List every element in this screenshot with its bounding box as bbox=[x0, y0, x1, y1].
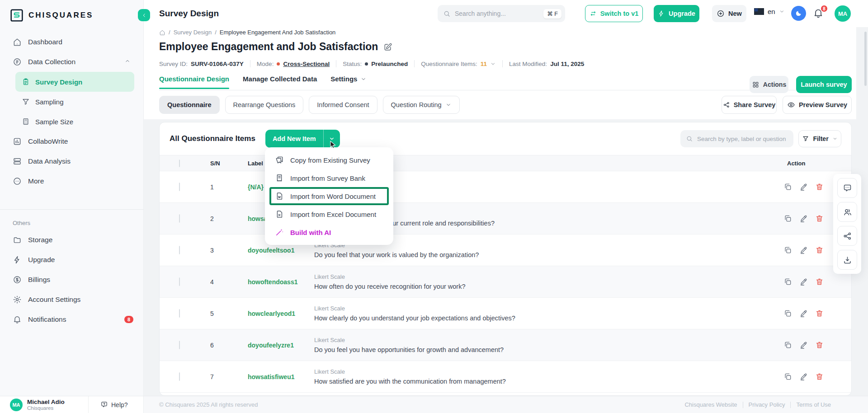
scrollbar-thumb[interactable] bbox=[864, 32, 867, 86]
switch-to-v1-button[interactable]: Switch to v1 bbox=[585, 5, 643, 22]
sidebar-item-sampling[interactable]: Sampling bbox=[15, 92, 134, 112]
sidebar-item-data-collection[interactable]: Data Collection bbox=[0, 52, 139, 72]
add-new-item-caret[interactable] bbox=[323, 130, 340, 148]
add-new-item-button[interactable]: Add New Item bbox=[265, 130, 340, 148]
menu-item-copy-from-existing-survey[interactable]: Copy from Existing Survey bbox=[265, 151, 393, 169]
delete-icon[interactable] bbox=[815, 277, 824, 286]
upgrade-button[interactable]: Upgrade bbox=[654, 5, 699, 22]
chevron-down-icon[interactable] bbox=[490, 61, 496, 67]
row-checkbox[interactable] bbox=[179, 277, 180, 286]
notifications-bell[interactable]: 8 bbox=[813, 8, 825, 19]
duplicate-icon[interactable] bbox=[783, 246, 792, 254]
meta-value: Prelaunched bbox=[371, 61, 408, 67]
row-checkbox[interactable] bbox=[179, 372, 180, 381]
breadcrumb-survey-design[interactable]: Survey Design bbox=[174, 29, 212, 36]
row-checkbox[interactable] bbox=[179, 309, 180, 318]
sidebar-item-survey-design[interactable]: Survey Design bbox=[15, 72, 134, 92]
global-search[interactable]: ⌘ F bbox=[438, 5, 565, 22]
language-selector[interactable]: en bbox=[754, 8, 785, 15]
row-label-link[interactable]: howclearlyeod1 bbox=[248, 310, 314, 317]
row-checkbox[interactable] bbox=[179, 246, 180, 254]
sidebar-item-upgrade[interactable]: Upgrade bbox=[0, 250, 143, 270]
global-search-input[interactable] bbox=[455, 10, 539, 17]
chip-label: Questionnaire bbox=[167, 101, 212, 108]
download-tool-button[interactable] bbox=[837, 250, 857, 270]
delete-icon[interactable] bbox=[815, 246, 824, 254]
chip-informed-consent[interactable]: Informed Consent bbox=[309, 96, 377, 114]
home-icon[interactable] bbox=[159, 29, 165, 36]
chip-question-routing[interactable]: Question Routing bbox=[383, 96, 460, 114]
edit-icon[interactable] bbox=[799, 246, 808, 254]
delete-icon[interactable] bbox=[815, 309, 824, 318]
meta-questionnaire-items[interactable]: Questionnaire Items:11 bbox=[421, 61, 496, 67]
row-label-link[interactable]: doyoufeeltsoo1 bbox=[248, 247, 314, 254]
row-label-link[interactable]: howoftendoass1 bbox=[248, 278, 314, 286]
sidebar-item-storage[interactable]: Storage bbox=[0, 230, 143, 250]
row-label-link[interactable]: doyoufeelyzre1 bbox=[248, 342, 314, 349]
duplicate-icon[interactable] bbox=[783, 214, 792, 223]
tab-questionnaire-design[interactable]: Questionnaire Design bbox=[159, 75, 229, 89]
delete-icon[interactable] bbox=[815, 372, 824, 381]
user-avatar[interactable]: MA bbox=[835, 5, 851, 22]
edit-icon[interactable] bbox=[799, 214, 808, 223]
delete-icon[interactable] bbox=[815, 183, 824, 191]
row-checkbox[interactable] bbox=[179, 214, 180, 223]
users-tool-button[interactable] bbox=[837, 202, 857, 222]
dark-mode-toggle[interactable] bbox=[791, 6, 806, 21]
help-button[interactable]: Help? bbox=[100, 401, 128, 408]
comment-tool-button[interactable] bbox=[837, 178, 857, 198]
sidebar-item-dashboard[interactable]: Dashboard bbox=[0, 32, 139, 52]
swap-icon bbox=[590, 10, 597, 17]
duplicate-icon[interactable] bbox=[783, 341, 792, 349]
delete-icon[interactable] bbox=[815, 341, 824, 349]
sidebar-item-more[interactable]: More bbox=[0, 171, 139, 191]
sidebar-item-sample-size[interactable]: Sample Size bbox=[15, 112, 134, 131]
select-all-checkbox[interactable] bbox=[179, 160, 180, 167]
footer-user-card[interactable]: MA Michael Adio Chisquares bbox=[0, 399, 65, 411]
edit-title-icon[interactable] bbox=[383, 42, 392, 52]
lightning-icon bbox=[658, 10, 665, 17]
duplicate-icon[interactable] bbox=[783, 372, 792, 381]
row-label-link[interactable]: howsatisfiweu1 bbox=[248, 373, 314, 380]
new-button[interactable]: New bbox=[712, 5, 746, 22]
share-tool-button[interactable] bbox=[837, 226, 857, 246]
duplicate-icon[interactable] bbox=[783, 277, 792, 286]
duplicate-icon[interactable] bbox=[783, 309, 792, 318]
tab-settings[interactable]: Settings bbox=[330, 75, 367, 89]
edit-icon[interactable] bbox=[799, 372, 808, 381]
row-checkbox[interactable] bbox=[179, 341, 180, 349]
duplicate-icon[interactable] bbox=[783, 183, 792, 191]
edit-icon[interactable] bbox=[799, 341, 808, 349]
sidebar-item-account-settings[interactable]: Account Settings bbox=[0, 290, 143, 310]
items-search-input[interactable] bbox=[697, 136, 788, 142]
footer-link-privacy-policy[interactable]: Privacy Policy bbox=[749, 401, 785, 408]
sidebar-item-billings[interactable]: Billings bbox=[0, 270, 143, 290]
menu-item-import-from-excel-document[interactable]: Import from Excel Document bbox=[265, 205, 393, 223]
edit-icon[interactable] bbox=[799, 309, 808, 318]
row-checkbox[interactable] bbox=[179, 183, 180, 191]
preview-survey-button[interactable]: Preview Survey bbox=[783, 96, 852, 114]
launch-survey-button[interactable]: Launch survey bbox=[796, 76, 852, 93]
edit-icon[interactable] bbox=[799, 183, 808, 191]
sidebar-item-collabowrite[interactable]: CollaboWrite bbox=[0, 131, 139, 151]
page-title: Survey Design bbox=[159, 0, 219, 27]
footer-link-terms-of-use[interactable]: Terms of Use bbox=[796, 401, 831, 408]
sidebar-item-label: More bbox=[28, 177, 44, 185]
filter-button[interactable]: Filter bbox=[798, 130, 841, 147]
items-search[interactable] bbox=[680, 130, 793, 147]
share-survey-button[interactable]: Share Survey bbox=[722, 96, 777, 114]
sidebar-item-notifications[interactable]: Notifications8 bbox=[0, 310, 143, 329]
sidebar-collapse-button[interactable] bbox=[138, 9, 150, 21]
chip-rearrange-questions[interactable]: Rearrange Questions bbox=[225, 96, 304, 114]
actions-button[interactable]: Actions bbox=[750, 76, 788, 93]
sidebar-item-label: Sampling bbox=[35, 98, 64, 106]
footer-link-chisquares-website[interactable]: Chisquares Website bbox=[684, 401, 737, 408]
menu-item-import-from-word-document[interactable]: Import from Word Document bbox=[271, 189, 387, 203]
menu-item-build-with-ai[interactable]: Build with AI bbox=[265, 223, 393, 241]
edit-icon[interactable] bbox=[799, 277, 808, 286]
sidebar-item-data-analysis[interactable]: Data Analysis bbox=[0, 151, 139, 171]
menu-item-import-from-survey-bank[interactable]: Import from Survey Bank bbox=[265, 169, 393, 187]
tab-manage-collected-data[interactable]: Manage Collected Data bbox=[243, 75, 317, 89]
chip-questionnaire[interactable]: Questionnaire bbox=[159, 96, 220, 114]
delete-icon[interactable] bbox=[815, 214, 824, 223]
